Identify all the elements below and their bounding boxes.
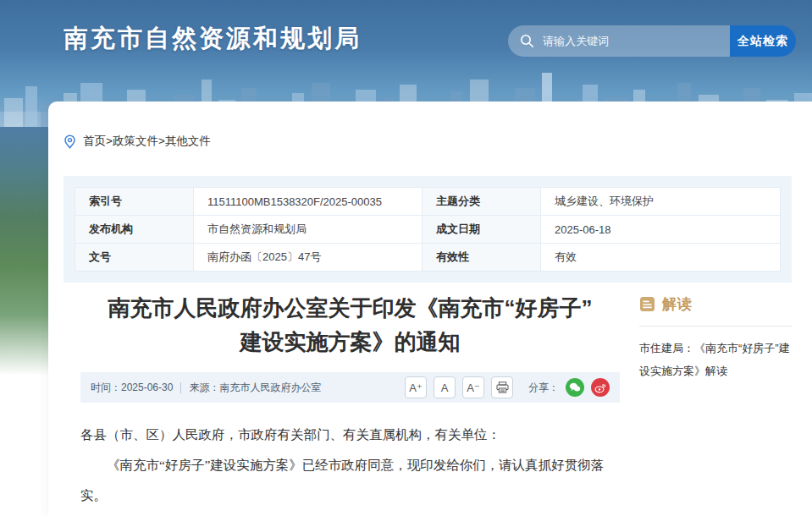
article-meta-bar: 时间：2025-06-30 来源：南充市人民政府办公室 A⁺ A A⁻ [80,372,620,403]
site-title: 南充市自然资源和规划局 [64,22,362,56]
meta-label: 成文日期 [423,216,541,244]
location-pin-icon [64,134,76,149]
print-button[interactable] [491,376,513,398]
share-weibo-button[interactable] [591,378,610,397]
document-icon [639,296,655,312]
meta-value: 11511100MB1538320F/2025-00035 [194,188,423,216]
interpretation-link[interactable]: 市住建局：《南充市“好房子”建设实施方案》解读 [639,337,792,382]
search-box[interactable] [508,25,730,57]
meta-value: 城乡建设、环境保护 [541,188,781,216]
sidebar-heading: 解读 [639,294,792,314]
search-input[interactable] [543,35,718,47]
page: 南充市自然资源和规划局 全站检索 首页>政策文件>其他文件 [0,0,812,516]
site-search: 全站检索 [508,25,796,57]
table-row: 索引号 11511100MB1538320F/2025-00035 主题分类 城… [75,188,781,216]
share-wechat-button[interactable] [566,378,584,397]
meta-value: 2025-06-18 [541,216,781,244]
meta-label: 发布机构 [75,216,194,244]
font-default-button[interactable]: A [434,376,456,398]
article-actions: A⁺ A A⁻ 分享： [405,376,610,398]
meta-value: 市自然资源和规划局 [194,216,423,244]
weibo-icon [594,382,606,393]
search-submit-button[interactable]: 全站检索 [730,25,796,57]
breadcrumb-text[interactable]: 首页>政策文件>其他文件 [83,134,211,149]
article-body: 各县（市、区）人民政府，市政府有关部门、有关直属机构，有关单位： 《南充市“好房… [80,420,620,516]
search-icon [520,34,534,48]
meta-value: 有效 [541,244,781,272]
printer-icon [496,382,509,393]
sidebar-divider [639,326,792,327]
table-row: 发布机构 市自然资源和规划局 成文日期 2025-06-18 [75,216,781,244]
content-card: 首页>政策文件>其他文件 索引号 11511100MB1538320F/2025… [48,102,812,516]
meta-value: 南府办函〔2025〕47号 [194,244,423,272]
publish-source: 来源：南充市人民政府办公室 [189,381,321,395]
signoff-org: 南充市人民政府办公室 [80,511,620,516]
breadcrumb[interactable]: 首页>政策文件>其他文件 [64,134,211,149]
meta-label: 文号 [75,244,194,272]
meta-divider [180,382,181,393]
page-title: 南充市人民政府办公室关于印发《南充市“好房子”建设实施方案》的通知 [80,291,620,359]
publish-time: 时间：2025-06-30 [91,381,173,395]
document-meta-panel: 索引号 11511100MB1538320F/2025-00035 主题分类 城… [64,176,792,283]
document-meta-table: 索引号 11511100MB1538320F/2025-00035 主题分类 城… [75,187,781,272]
body-paragraph: 各县（市、区）人民政府，市政府有关部门、有关直属机构，有关单位： [80,420,620,450]
meta-label: 有效性 [423,244,541,272]
article-column: 南充市人民政府办公室关于印发《南充市“好房子”建设实施方案》的通知 时间：202… [80,291,620,516]
wechat-icon [569,382,581,392]
font-increase-button[interactable]: A⁺ [405,376,427,398]
interpretation-sidebar: 解读 市住建局：《南充市“好房子”建设实施方案》解读 [639,294,792,382]
body-paragraph: 《南充市“好房子”建设实施方案》已经市政府同意，现印发给你们，请认真抓好贯彻落实… [80,450,620,511]
table-row: 文号 南府办函〔2025〕47号 有效性 有效 [75,244,781,272]
share-label: 分享： [528,381,559,395]
meta-label: 索引号 [75,188,194,216]
font-decrease-button[interactable]: A⁻ [462,376,484,398]
meta-label: 主题分类 [423,188,541,216]
sidebar-heading-label: 解读 [662,294,693,314]
hero-left-photo-strip [0,127,48,381]
